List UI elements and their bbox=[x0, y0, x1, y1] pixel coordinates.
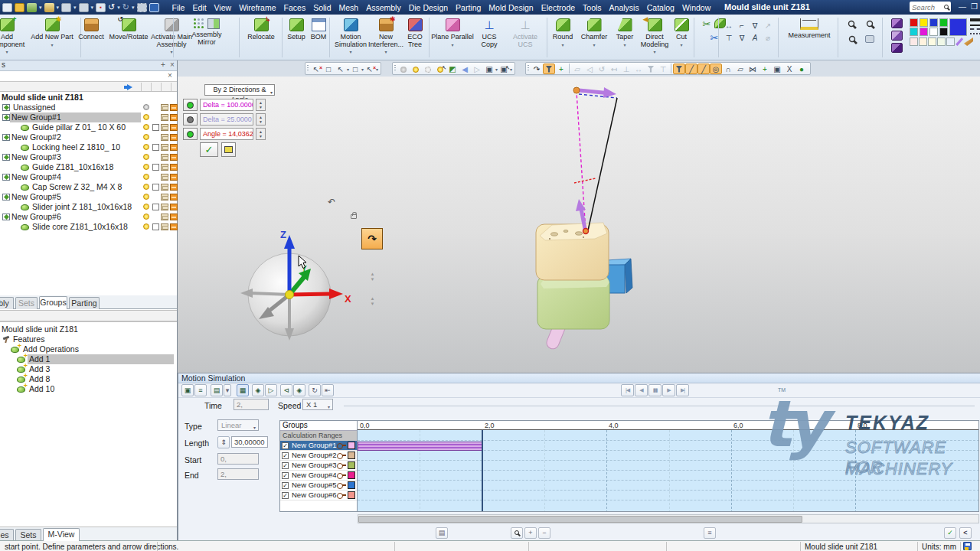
tab-assembly[interactable]: bly bbox=[0, 297, 14, 309]
swatch-red[interactable] bbox=[910, 18, 918, 27]
search-input[interactable]: Search bbox=[910, 2, 951, 12]
zoom-window-icon[interactable] bbox=[848, 21, 854, 27]
dropdown-caret-icon[interactable]: ▾ bbox=[328, 403, 330, 412]
redo-icon[interactable]: ↻ bbox=[122, 2, 129, 12]
pin-icon[interactable]: + bbox=[161, 60, 165, 70]
save-status-icon[interactable] bbox=[963, 542, 972, 550]
activate-ucs-button[interactable]: ⊥Activate UCS bbox=[505, 16, 545, 59]
linear-dim-icon[interactable]: ↔ bbox=[724, 20, 735, 31]
line-weight-icon[interactable] bbox=[970, 18, 980, 26]
restore-button[interactable]: ❐ bbox=[971, 2, 978, 11]
speed-slider[interactable] bbox=[344, 406, 975, 406]
tab-m-view[interactable]: M-View bbox=[43, 528, 80, 541]
connect-button[interactable]: Connect bbox=[74, 16, 109, 59]
symbol-dim-icon[interactable]: ∇ bbox=[750, 20, 761, 31]
group-row-2[interactable]: ✓New Group#2 bbox=[280, 451, 357, 461]
export-part-icon[interactable] bbox=[27, 3, 37, 12]
eyedropper-icon[interactable] bbox=[956, 37, 963, 46]
box-ref-icon[interactable] bbox=[161, 204, 168, 210]
menu-mesh[interactable]: Mesh bbox=[335, 3, 363, 12]
menu-edit[interactable]: Edit bbox=[188, 3, 210, 12]
tree-row-part[interactable]: Cap Screw Z 32_ M4 X 8 bbox=[0, 182, 177, 192]
bulb-icon[interactable] bbox=[143, 194, 149, 200]
dropdown-caret-icon[interactable]: ▾ bbox=[349, 50, 351, 54]
scale-dim-icon[interactable]: ↗ bbox=[763, 20, 774, 31]
swatch-pale-2[interactable] bbox=[919, 37, 927, 46]
timeline-scrollbar[interactable] bbox=[358, 514, 979, 523]
box-ref-icon[interactable] bbox=[161, 223, 168, 230]
tree-row-group2[interactable]: New Group#2 bbox=[0, 132, 177, 142]
measurement-button[interactable]: Measurement bbox=[782, 16, 836, 59]
dropdown-caret-icon[interactable]: ▾ bbox=[5, 50, 8, 54]
box-ref-icon[interactable] bbox=[161, 144, 168, 151]
edit-path-icon[interactable]: ▷ bbox=[265, 384, 277, 396]
tree-row-group1[interactable]: New Group#1 bbox=[0, 112, 177, 122]
line-style-icon[interactable] bbox=[970, 28, 980, 34]
direct-modeling-button[interactable]: ◀Direct Modeling▾ bbox=[639, 16, 671, 59]
dropdown-caret-icon[interactable]: ▾ bbox=[51, 43, 53, 47]
swatch-black[interactable] bbox=[939, 28, 948, 36]
ucs-copy-button[interactable]: ⊥UCS Copy bbox=[473, 16, 505, 59]
zoom-layers-icon[interactable] bbox=[849, 36, 855, 42]
record-simulation-icon[interactable]: ▦ bbox=[237, 384, 249, 396]
link-icon[interactable] bbox=[170, 164, 178, 171]
tab-groups[interactable]: Groups bbox=[39, 296, 67, 309]
simulation-timeline[interactable]: 0,0 2,0 4,0 6,0 8,0 bbox=[358, 420, 979, 512]
tree-row-part[interactable]: Locking heel Z 1810_ 10 bbox=[0, 142, 177, 152]
eco-tree-button[interactable]: ECO Tree bbox=[401, 16, 429, 59]
scrollbar-thumb[interactable] bbox=[358, 516, 802, 523]
dropdown-caret-icon[interactable]: ▾ bbox=[39, 5, 42, 11]
dropdown-caret-icon[interactable]: ▾ bbox=[384, 50, 387, 54]
dropdown-caret-icon[interactable]: ▾ bbox=[57, 5, 60, 11]
swatch-yellow[interactable] bbox=[920, 18, 928, 27]
time-field[interactable]: 2, bbox=[234, 399, 269, 410]
tree-row-group6[interactable]: New Group#6 bbox=[0, 212, 177, 222]
box-ref-icon[interactable] bbox=[161, 104, 168, 111]
speed-dropdown[interactable]: X 1▾ bbox=[302, 399, 333, 410]
swatch-magenta[interactable] bbox=[920, 28, 928, 36]
swatch-green[interactable] bbox=[939, 18, 948, 27]
menu-assembly[interactable]: Assembly bbox=[362, 3, 405, 12]
tab-features[interactable]: es bbox=[0, 529, 14, 541]
box-ref-icon[interactable] bbox=[161, 214, 168, 220]
assembly-mirror-button[interactable]: Assembly Mirror bbox=[176, 16, 237, 59]
dropdown-caret-icon[interactable]: ▾ bbox=[680, 43, 682, 47]
dropdown-caret-icon[interactable]: ▾ bbox=[653, 50, 655, 54]
group-row-1[interactable]: ✓New Group#1 bbox=[280, 441, 357, 451]
link-icon[interactable] bbox=[170, 184, 178, 191]
type-dropdown[interactable]: Linear▾ bbox=[217, 419, 259, 431]
add-new-part-button[interactable]: ✱Add New Part▾ bbox=[24, 16, 80, 59]
color-swatch[interactable] bbox=[348, 461, 355, 469]
dropdown-caret-icon[interactable]: ▾ bbox=[561, 43, 564, 47]
group-row-3[interactable]: ✓New Group#3 bbox=[280, 461, 357, 471]
layout-panel-icon[interactable] bbox=[149, 3, 159, 12]
swatch-pale-1[interactable] bbox=[910, 37, 918, 46]
box-ref-icon[interactable] bbox=[161, 194, 168, 201]
apply-arrow-icon[interactable] bbox=[127, 84, 136, 90]
menu-window[interactable]: Window bbox=[678, 3, 714, 12]
swatch-active-blue[interactable] bbox=[949, 18, 967, 36]
new-interference-button[interactable]: ✱New Interferen...▾ bbox=[370, 16, 402, 59]
tree-row-part[interactable]: Slider joint Z 181_10x16x18 bbox=[0, 202, 177, 212]
bulb-icon[interactable] bbox=[143, 214, 149, 220]
plane-parallel-button[interactable]: Plane Parallel▾ bbox=[430, 16, 475, 59]
dropdown-caret-icon[interactable]: ▾ bbox=[224, 384, 231, 396]
undo-icon[interactable]: ↺ bbox=[108, 2, 115, 12]
link-icon[interactable] bbox=[170, 214, 178, 220]
swatch-white[interactable] bbox=[929, 28, 938, 36]
refresh-icon[interactable]: ↻ bbox=[309, 384, 321, 396]
taper-button[interactable]: Taper▾ bbox=[611, 16, 639, 59]
tree-row-part[interactable]: Guide Z181_10x16x18 bbox=[0, 162, 177, 172]
color-swatch[interactable] bbox=[348, 491, 355, 499]
link-icon[interactable] bbox=[170, 124, 178, 131]
color-swatch[interactable] bbox=[348, 452, 355, 459]
dropdown-caret-icon[interactable]: ▾ bbox=[623, 43, 626, 47]
bulb-icon[interactable] bbox=[143, 204, 149, 210]
relocate-button[interactable]: ↳Relocate bbox=[242, 16, 280, 59]
viewport-3d[interactable]: ↖× □ ↖▾ □▾ ↖×▾ ↖ ◩ ◀ ▷ ▣▾ ▣↖▾ ↷ + ▱ ◁ ↺ … bbox=[178, 60, 980, 373]
sheet2-icon[interactable] bbox=[79, 3, 89, 12]
end-field[interactable]: 2, bbox=[217, 468, 259, 480]
menu-parting[interactable]: Parting bbox=[452, 3, 485, 12]
bulb-icon[interactable] bbox=[143, 124, 149, 130]
save-icon[interactable] bbox=[2, 3, 12, 12]
